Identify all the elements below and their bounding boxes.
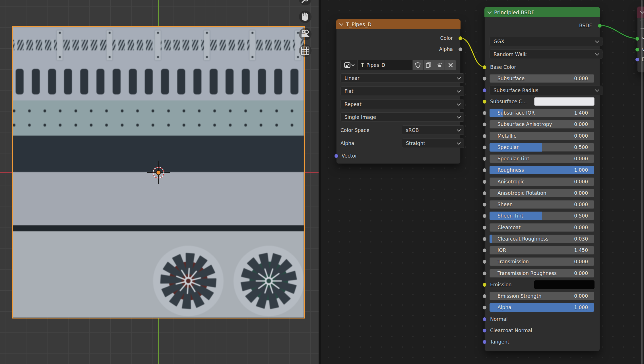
- anisotropic-rotation-slider[interactable]: Anisotropic Rotation0.000: [490, 189, 594, 197]
- interpolation-dropdown[interactable]: Linear: [340, 73, 464, 83]
- socket-normal-input[interactable]: [482, 317, 487, 321]
- socket-specular-input[interactable]: [482, 145, 487, 150]
- collapse-chevron-icon[interactable]: [488, 10, 492, 14]
- socket-vector-input[interactable]: [334, 154, 338, 158]
- transmission-slider[interactable]: Transmission0.000: [490, 257, 594, 266]
- zoom-icon[interactable]: [299, 0, 311, 5]
- socket-ior-input[interactable]: [482, 248, 487, 253]
- texture-bolt-dot: [75, 124, 77, 127]
- subsurface-slider[interactable]: Subsurface0.000: [490, 74, 594, 83]
- bracket-bolt: [251, 32, 253, 34]
- socket-metallic-input[interactable]: [482, 134, 487, 138]
- specular-tint-slider[interactable]: Specular Tint0.000: [490, 154, 594, 163]
- sheen-tint-slider[interactable]: Sheen Tint0.500: [490, 212, 594, 220]
- subsurface-anisotropy-slider[interactable]: Subsurface Anisotropy0.000: [490, 120, 594, 129]
- distribution-dropdown[interactable]: GGX: [490, 37, 602, 46]
- copy-datablock-icon[interactable]: [424, 60, 434, 70]
- metallic-slider[interactable]: Metallic0.000: [490, 132, 594, 140]
- camera-view-icon[interactable]: [299, 28, 311, 40]
- socket-subsurface-anisotropy-input[interactable]: [482, 122, 487, 127]
- alpha-slider[interactable]: Alpha1.000: [490, 303, 594, 312]
- texture-vent-slot: [80, 69, 88, 94]
- socket-clearcoat-roughness-input[interactable]: [482, 237, 487, 241]
- subsurface-ior-slider[interactable]: Subsurface IOR1.400: [490, 109, 594, 117]
- image-name-field[interactable]: T_Pipes_D: [358, 60, 412, 70]
- editor-divider[interactable]: [319, 0, 321, 364]
- socket-emission-input[interactable]: [482, 283, 487, 287]
- socket-anisotropic-rotation-input[interactable]: [482, 191, 487, 195]
- extension-dropdown[interactable]: Repeat: [340, 100, 464, 109]
- socket-surface-input[interactable]: [635, 37, 639, 41]
- ior-slider[interactable]: IOR1.450: [490, 246, 594, 255]
- texture-bolt-dot: [28, 109, 31, 112]
- subsurface-c-color-swatch[interactable]: [534, 97, 595, 106]
- specular-slider[interactable]: Specular0.500: [490, 143, 594, 152]
- subsurface-radius-dropdown[interactable]: Subsurface Radius: [490, 86, 602, 95]
- image-browse-button[interactable]: [340, 60, 358, 70]
- socket-displacement-input[interactable]: [635, 57, 639, 62]
- socket-base-color-input[interactable]: [482, 65, 487, 69]
- socket-clearcoat-input[interactable]: [482, 226, 487, 230]
- socket-specular-tint-input[interactable]: [482, 157, 487, 161]
- image-texture-node[interactable]: T_Pipes_D Color Alpha T_Pipes_D: [336, 19, 461, 164]
- source-dropdown[interactable]: Single Image: [340, 112, 464, 122]
- subsurface-method-dropdown[interactable]: Random Walk: [490, 49, 602, 59]
- node-header[interactable]: Principled BSDF: [484, 7, 600, 17]
- texture-cable-clamp: [134, 39, 137, 51]
- emission-color-swatch[interactable]: [534, 280, 595, 289]
- socket-bsdf-output[interactable]: [598, 24, 602, 28]
- socket-transmission-input[interactable]: [482, 260, 487, 264]
- transmission-roughness-slider[interactable]: Transmission Roughness0.000: [490, 269, 594, 278]
- socket-alpha-output[interactable]: [458, 47, 463, 51]
- clearcoat-slider[interactable]: Clearcoat0.000: [490, 223, 594, 232]
- pan-hand-icon[interactable]: [299, 11, 311, 23]
- chevron-down-icon: [595, 39, 599, 43]
- slider-value: 0.000: [574, 121, 588, 127]
- node-header[interactable]: T_Pipes_D: [336, 19, 461, 29]
- alpha-mode-dropdown[interactable]: Straight: [402, 138, 464, 148]
- socket-subsurface-radius-input[interactable]: [482, 88, 487, 92]
- socket-subsurface-ior-input[interactable]: [482, 111, 487, 115]
- node-title: Principled BSDF: [494, 9, 534, 15]
- pack-image-icon[interactable]: [434, 60, 445, 70]
- clearcoat-roughness-slider[interactable]: Clearcoat Roughness0.030: [490, 235, 594, 243]
- socket-alpha-input[interactable]: [482, 305, 487, 310]
- texture-cable-clamp: [244, 39, 247, 51]
- socket-emission-strength-input[interactable]: [482, 294, 487, 298]
- socket-sheen-input[interactable]: [482, 202, 487, 207]
- socket-subsurface-input[interactable]: [482, 76, 487, 81]
- principled-bsdf-node[interactable]: Principled BSDF BSDF GGX Random Walk Bas…: [484, 7, 600, 351]
- fake-user-shield-icon[interactable]: [413, 60, 423, 70]
- material-output-node[interactable]: S V D: [637, 7, 644, 73]
- sheen-slider[interactable]: Sheen0.000: [490, 200, 594, 209]
- projection-dropdown[interactable]: Flat: [340, 86, 464, 96]
- socket-subsurface-c-input[interactable]: [482, 100, 487, 104]
- color-space-dropdown[interactable]: sRGB: [402, 125, 464, 135]
- grid-ortho-icon[interactable]: [299, 44, 311, 57]
- color-space-value: sRGB: [406, 127, 419, 133]
- socket-volume-input[interactable]: [635, 47, 639, 52]
- slider-label: IOR: [498, 247, 506, 253]
- roughness-slider[interactable]: Roughness1.000: [490, 166, 594, 174]
- texture-bolt-dot: [13, 109, 15, 112]
- socket-sheen-tint-input[interactable]: [482, 214, 487, 218]
- shader-editor[interactable]: T_Pipes_D Color Alpha T_Pipes_D: [321, 0, 644, 364]
- node-header[interactable]: [637, 7, 644, 18]
- slider-label: Sheen: [498, 202, 513, 207]
- 3d-viewport[interactable]: [0, 0, 319, 364]
- socket-roughness-input[interactable]: [482, 168, 487, 172]
- emission-strength-slider[interactable]: Emission Strength0.000: [490, 292, 594, 300]
- texture-bracket: [249, 30, 255, 60]
- socket-anisotropic-input[interactable]: [482, 180, 487, 184]
- editor-scrollbar[interactable]: [641, 0, 643, 364]
- slider-value: 0.000: [574, 76, 588, 81]
- texture-cable-clamp: [290, 39, 293, 51]
- texture-bolt-dot: [244, 109, 247, 112]
- unlink-x-icon[interactable]: [445, 60, 456, 70]
- socket-transmission-roughness-input[interactable]: [482, 271, 487, 276]
- socket-color-output[interactable]: [458, 36, 463, 40]
- anisotropic-slider[interactable]: Anisotropic0.000: [490, 177, 594, 186]
- socket-clearcoat-normal-input[interactable]: [482, 328, 487, 333]
- socket-tangent-input[interactable]: [482, 340, 487, 344]
- collapse-chevron-icon[interactable]: [339, 22, 343, 26]
